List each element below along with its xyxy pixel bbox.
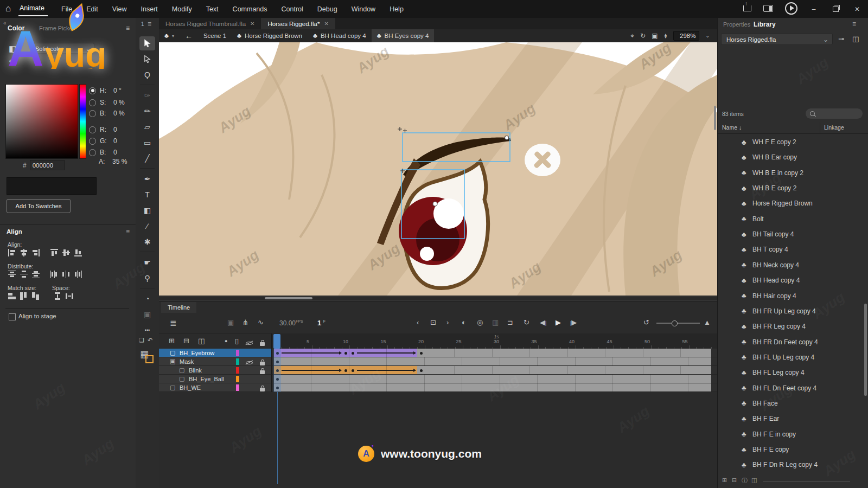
lock-col-icon[interactable] — [260, 339, 265, 348]
align-bottom-button[interactable] — [73, 248, 84, 258]
back-button[interactable]: ← — [180, 29, 198, 42]
library-item[interactable]: ♣BH Neck copy 4 — [718, 258, 868, 273]
hand-tool[interactable]: ☛ — [139, 255, 155, 269]
tab-library[interactable]: Library — [754, 21, 776, 28]
paint-bucket-tool[interactable]: ◧ — [139, 203, 155, 217]
layer-row-BH_Eyebrow[interactable]: ▢BH_Eyebrow — [159, 349, 271, 357]
layers-icon[interactable]: ≣ — [170, 318, 177, 328]
library-item[interactable]: ♣WH B E copy 2 — [718, 181, 868, 196]
column-name[interactable]: Name ↓ — [722, 124, 742, 131]
loop-range-icon[interactable]: ⊐ — [507, 318, 513, 326]
more-tools[interactable]: ••• — [139, 323, 155, 337]
color-mode-radio[interactable] — [89, 99, 96, 106]
pin-library-icon[interactable]: ⊸ — [838, 35, 844, 43]
menu-window[interactable]: Window — [344, 5, 382, 13]
close-button[interactable]: ✕ — [846, 0, 868, 18]
resize-frames-icon[interactable]: ▲ — [704, 318, 711, 326]
selection-tool[interactable] — [139, 36, 155, 50]
rotate-view-icon[interactable]: ↻ — [640, 32, 646, 40]
color-mode-radio[interactable] — [89, 149, 96, 156]
menu-modify[interactable]: Modify — [165, 5, 199, 13]
library-item[interactable]: ♣BH FR Up Leg copy 4 — [718, 304, 868, 319]
layer-frames-BH_WE[interactable] — [271, 383, 717, 392]
tab-timeline[interactable]: Timeline — [161, 302, 196, 313]
align-top-button[interactable] — [49, 248, 60, 258]
workspace-icon[interactable] — [763, 5, 773, 14]
hue-strip[interactable] — [79, 84, 86, 159]
layer-color-chip[interactable] — [236, 358, 239, 365]
panel-menu-icon[interactable]: ≡ — [126, 24, 129, 32]
insert-keyframe-icon[interactable]: ⊡ — [430, 318, 436, 326]
app-menu-animate[interactable]: Animate — [20, 4, 44, 12]
library-item[interactable]: ♣BH Face — [718, 396, 868, 411]
camera-icon[interactable]: ▣ — [227, 318, 234, 326]
match-height-button[interactable] — [18, 291, 29, 301]
new-library-panel-icon[interactable]: ◫ — [852, 35, 859, 43]
layer-row-Mask[interactable]: ▣Mask — [159, 357, 271, 366]
layer-color-chip[interactable] — [236, 367, 239, 374]
new-folder-icon[interactable]: ⊟ — [183, 337, 189, 345]
sculpt-tool[interactable]: ◔ — [139, 292, 155, 306]
menu-debug[interactable]: Debug — [310, 5, 344, 13]
onion-skin-icon[interactable]: ◐ — [462, 318, 466, 326]
eraser-tool[interactable]: ▱ — [139, 120, 155, 134]
align-left-button[interactable] — [7, 248, 17, 258]
layer-row-BH_WE[interactable]: ▢BH_WE — [159, 383, 271, 392]
library-item[interactable]: ♣BH T copy 4 — [718, 242, 868, 257]
dist-bottom-button[interactable] — [30, 269, 41, 279]
library-item[interactable]: ♣BH F Ear — [718, 411, 868, 426]
loop-icon[interactable]: ↻ — [524, 318, 529, 326]
layer-color-chip[interactable] — [236, 350, 239, 356]
minimize-button[interactable]: – — [803, 0, 825, 18]
tab-properties[interactable]: Properties — [723, 21, 750, 28]
space-horizontal-button[interactable] — [64, 291, 75, 301]
graph-editor-icon[interactable]: ∿ — [258, 318, 264, 326]
layer-row-Blink[interactable]: ▢Blink — [159, 366, 271, 375]
library-search-input[interactable] — [806, 108, 863, 119]
library-item[interactable]: ♣WH B Ear copy — [718, 150, 868, 165]
library-item[interactable]: ♣BH Tail copy 4 — [718, 227, 868, 242]
menu-file[interactable]: File — [54, 5, 79, 13]
menu-insert[interactable]: Insert — [134, 5, 165, 13]
zoom-stepper[interactable]: ▲▼ — [664, 33, 668, 38]
library-item[interactable]: ♣BH FR Leg copy 4 — [718, 319, 868, 334]
tab-frame-picker[interactable]: Frame Picker — [39, 25, 74, 31]
new-layer-icon[interactable]: ⊞ — [169, 337, 175, 345]
toolbar-menu-icon[interactable]: ≡ — [148, 20, 151, 28]
layer-color-chip[interactable] — [236, 384, 239, 391]
menu-control[interactable]: Control — [275, 5, 310, 13]
library-item[interactable]: ♣BH F E in copy — [718, 427, 868, 442]
library-item[interactable]: ♣BH Hair copy 4 — [718, 288, 868, 304]
library-menu-icon[interactable]: ≡ — [852, 20, 856, 28]
line-tool[interactable]: ╱ — [139, 151, 155, 165]
layer-color-chip[interactable] — [236, 376, 239, 382]
zoom-tool[interactable]: ⚲ — [139, 271, 155, 285]
close-tab-icon[interactable]: ✕ — [324, 21, 328, 27]
dist-top-button[interactable] — [7, 269, 17, 279]
new-symbol-icon[interactable]: ⊞ — [722, 477, 727, 484]
align-to-stage-checkbox[interactable] — [9, 313, 16, 320]
stage-v-scrollbar[interactable] — [714, 106, 716, 130]
play-icon[interactable]: ▶ — [556, 318, 561, 326]
menu-view[interactable]: View — [105, 5, 134, 13]
asset-warp-tool[interactable]: ✱ — [139, 235, 155, 249]
duplicate-icon[interactable]: ❏ — [139, 337, 144, 344]
library-document-dropdown[interactable]: Horses Rigged.fla⌄ — [721, 33, 833, 45]
dist-v-center-button[interactable] — [18, 269, 29, 279]
delete-layer-icon[interactable]: ◫ — [198, 337, 205, 345]
library-item[interactable]: ♣BH FL Up Leg copy 4 — [718, 350, 868, 365]
layer-hidden-icon[interactable] — [246, 359, 253, 366]
library-item[interactable]: ♣BH F E copy — [718, 442, 868, 457]
item-properties-icon[interactable]: ⓘ — [742, 477, 748, 485]
library-item[interactable]: ♣BH FL Dn Feet copy 4 — [718, 381, 868, 396]
delete-item-icon[interactable]: ◫ — [751, 477, 757, 484]
color-type-dropdown[interactable]: Solid color⌄ — [30, 43, 94, 54]
library-item[interactable]: ♣WH B E in copy 2 — [718, 165, 868, 181]
pen-tool[interactable]: ✒ — [139, 172, 155, 186]
layer-frames-BH_Eyebrow[interactable] — [271, 349, 717, 357]
zoom-level[interactable]: 298% — [673, 31, 699, 41]
layer-row-BH_Eye_Ball[interactable]: ▢BH_Eye_Ball — [159, 375, 271, 383]
library-item[interactable]: ♣BH FR Dn Feet copy 4 — [718, 335, 868, 350]
onion-outlines-icon[interactable]: ◎ — [477, 318, 483, 326]
align-panel-menu-icon[interactable]: ≡ — [126, 228, 129, 235]
